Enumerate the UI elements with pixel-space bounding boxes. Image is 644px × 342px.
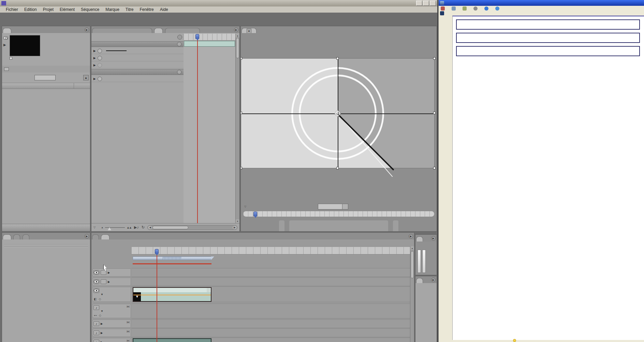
menu-item[interactable]: Marque (102, 7, 122, 12)
effect-row-time-remap[interactable]: ▶ (91, 62, 184, 68)
twirl-icon[interactable]: ▽ (93, 226, 96, 229)
menu-item[interactable]: Fichier (3, 7, 21, 12)
mini-ruler[interactable] (184, 34, 235, 41)
track-content[interactable] (131, 338, 410, 342)
show-hide-icon[interactable] (177, 35, 182, 40)
toggle-track-output-icon[interactable] (93, 270, 99, 275)
collapse-channels-icon[interactable]: ⋈ (127, 339, 130, 342)
transform-handle[interactable] (336, 167, 339, 169)
menu-item[interactable]: Edition (21, 7, 40, 12)
twirl-icon[interactable]: ▼ (101, 310, 103, 313)
langue-menu[interactable] (495, 6, 501, 11)
maximize-button[interactable] (423, 1, 429, 6)
track-content[interactable] (131, 304, 410, 318)
playhead-icon[interactable] (195, 34, 199, 39)
collapse-channels-icon[interactable]: ⋈ (127, 330, 130, 333)
mini-clip[interactable] (184, 41, 235, 47)
twirl-icon[interactable]: ▶ (101, 341, 103, 342)
panel-menu-icon[interactable]: ▶ (234, 28, 238, 32)
anchor-point-icon[interactable] (335, 111, 340, 116)
menu-item[interactable]: Projet (40, 7, 57, 12)
audio-effects-section[interactable] (91, 69, 184, 75)
menu-item[interactable]: Aide (157, 7, 171, 12)
panel-menu-icon[interactable]: ▶ (85, 28, 89, 32)
program-scrubber[interactable] (243, 211, 435, 217)
close-button[interactable] (430, 1, 436, 6)
vertical-scrollbar[interactable]: ▲ ▼ (235, 34, 239, 223)
vertical-scrollbar[interactable]: ▲ ▼ (410, 246, 414, 342)
collapse-channels-icon[interactable]: ⋈ (127, 321, 130, 324)
effect-row-opacity[interactable]: ▶ (91, 55, 184, 61)
toggle-track-output-icon[interactable]: ♪ (93, 330, 99, 335)
search-entry-dropdown[interactable] (34, 75, 56, 80)
menu-item[interactable]: Elément (57, 7, 78, 12)
play-audio-icon[interactable]: ▶♪ (134, 225, 139, 230)
toggle-track-output-icon[interactable] (93, 279, 99, 284)
panel-menu-icon[interactable]: ▶ (85, 234, 89, 238)
column-headers[interactable] (2, 83, 90, 89)
twirl-icon[interactable]: ▶ (108, 280, 110, 283)
fichier-menu[interactable] (441, 6, 446, 11)
twirl-icon[interactable]: ▼ (101, 293, 103, 296)
transform-handle[interactable] (336, 57, 339, 60)
twirl-icon[interactable]: ▽ (244, 205, 246, 208)
track-content[interactable] (131, 268, 410, 277)
toggle-lock-icon[interactable] (101, 279, 106, 284)
track-content[interactable] (131, 319, 410, 328)
play-preview-icon[interactable]: ▶ (3, 43, 8, 47)
toggle-track-output-icon[interactable]: ♪ (93, 305, 99, 310)
menu-item[interactable]: Titre (122, 7, 137, 12)
zoom-control[interactable]: ▲ ▲▲ (101, 226, 131, 229)
panel-menu-icon[interactable]: ▶ (409, 234, 413, 238)
track-content[interactable] (131, 286, 410, 302)
bin-up-icon[interactable] (4, 67, 9, 71)
playhead-icon[interactable] (155, 249, 159, 254)
effect-controls-timeline[interactable] (184, 33, 235, 223)
video-effects-section[interactable] (91, 41, 184, 47)
vue-menu[interactable] (452, 6, 457, 11)
playhead-icon[interactable] (253, 212, 257, 216)
timeline-video-clip[interactable] (133, 287, 211, 302)
transform-handle[interactable] (241, 112, 242, 114)
panel-menu-icon[interactable]: ▶ (431, 278, 436, 282)
transform-handle[interactable] (241, 167, 242, 169)
transform-handle[interactable] (433, 57, 436, 60)
project-bin-row[interactable] (2, 66, 90, 73)
options-menu[interactable] (463, 6, 468, 11)
poster-frame-handle[interactable] (10, 57, 12, 60)
transform-handle[interactable] (241, 57, 242, 60)
scroll-up-icon[interactable]: ▲ (83, 75, 89, 80)
collapse-icon[interactable] (177, 42, 181, 46)
collapse-icon[interactable] (177, 70, 181, 74)
toggle-track-output-icon[interactable] (93, 288, 99, 293)
twirl-icon[interactable]: ▶ (108, 271, 110, 274)
collapse-channels-icon[interactable]: ⋈ (127, 305, 130, 308)
opacity-rubberband-dropdown[interactable] (207, 288, 210, 292)
effect-row-volume[interactable]: ▶ (91, 76, 184, 82)
debug-menu[interactable] (473, 6, 479, 11)
track-content[interactable] (131, 277, 410, 286)
premiere-titlebar[interactable] (0, 0, 437, 6)
effect-row-motion[interactable]: ▶ (91, 48, 184, 54)
transform-handle[interactable] (433, 112, 436, 114)
toggle-track-output-icon[interactable]: ♪ (93, 321, 99, 326)
chevron-down-icon[interactable]: ▼ (247, 29, 251, 33)
toggle-track-output-icon[interactable]: ♪ (93, 340, 99, 342)
work-area-bar[interactable] (133, 256, 211, 260)
timeline-ruler[interactable] (131, 247, 410, 254)
transform-handle[interactable] (433, 167, 436, 169)
fit-dropdown[interactable] (318, 204, 348, 209)
aide-menu[interactable] (484, 6, 490, 11)
mediainfo-titlebar[interactable] (439, 0, 644, 6)
twirl-icon[interactable]: ▶ (101, 322, 103, 325)
menu-item[interactable]: Fenêtre (136, 7, 157, 12)
preview-thumbnail[interactable] (10, 35, 40, 56)
track-content[interactable] (131, 328, 410, 337)
horizontal-scrollbar[interactable]: ◀ ▶ (147, 225, 237, 230)
twirl-icon[interactable]: ▶ (101, 331, 103, 335)
timeline-audio-clip[interactable] (133, 338, 211, 342)
export-icon[interactable]: ↻ (142, 225, 145, 230)
menu-item[interactable]: Séquence (78, 7, 102, 12)
minimize-button[interactable] (416, 1, 422, 6)
panel-menu-icon[interactable]: ▶ (431, 236, 436, 240)
